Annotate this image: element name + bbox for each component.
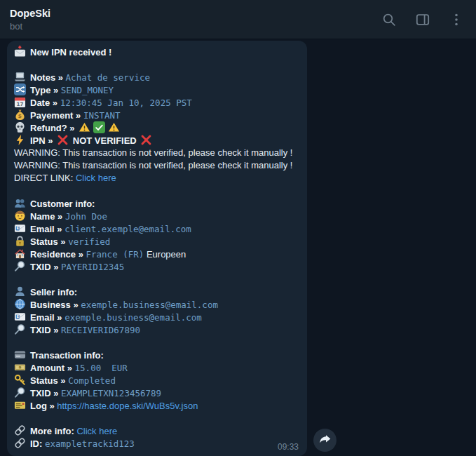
message-line: 17Date » 12:30:45 Jan 10, 2025 PST	[14, 96, 299, 109]
message-blank-line	[14, 185, 299, 197]
message-link[interactable]: https://haste.dope.ski/WuBs5v.json	[57, 401, 198, 411]
shuffle-icon	[14, 83, 26, 95]
message-text: Email »	[30, 312, 64, 323]
globe-icon	[14, 298, 26, 310]
message-text: Email »	[30, 224, 64, 234]
forward-arrow-icon	[318, 432, 332, 449]
message-text: Business »	[30, 300, 81, 310]
cross-icon	[140, 134, 152, 146]
message-text: Residence »	[30, 249, 86, 260]
message-line: Refund? »	[14, 121, 299, 134]
message-text: Seller info:	[30, 287, 77, 297]
message-blank-line	[14, 58, 299, 71]
message-line: Status » Completed	[14, 374, 299, 387]
message-line: Customer info:	[14, 197, 299, 210]
check-icon	[93, 121, 105, 133]
message-line: New IPN received !	[14, 46, 299, 58]
message-line: DIRECT LINK: Click here	[14, 172, 299, 185]
message-text: TXID »	[30, 325, 61, 335]
message-text: Amount »	[30, 363, 75, 373]
message-line: WARNING: This transaction is not verifie…	[14, 147, 299, 159]
message-text: Status »	[30, 236, 68, 247]
message-text: More info:	[30, 426, 76, 436]
message-line: TXID » PAYERID12345	[14, 260, 299, 273]
svg-text:E: E	[16, 314, 19, 318]
message-line: TXID » EXAMPLETXN123456789	[14, 387, 299, 399]
message-text: Log »	[30, 401, 57, 411]
message-line: EEmail » exemple.business@email.com	[14, 311, 299, 323]
message-line: TXID » RECEIVERID67890	[14, 323, 299, 336]
message-text: Customer info:	[30, 199, 95, 209]
bust-icon	[14, 286, 26, 297]
message-text: verified	[68, 236, 110, 247]
message-line: More info: Click here	[14, 424, 299, 437]
incoming-envelope-icon	[14, 46, 26, 58]
message-line: Log » https://haste.dope.ski/WuBs5v.json	[14, 399, 299, 412]
people-icon	[14, 197, 26, 209]
message-text: IPN »	[30, 135, 55, 146]
message-text: Europeen	[144, 249, 186, 260]
message-text: Transaction info:	[30, 350, 104, 361]
svg-text:17: 17	[17, 101, 24, 107]
message-line: IPN » NOT VERIFIED	[14, 134, 299, 147]
credit-card-icon	[14, 349, 26, 361]
message-line: Name » John Doe	[14, 210, 299, 222]
message-line: Transaction info:	[14, 349, 299, 361]
search-icon[interactable]	[381, 11, 397, 28]
message-text: SEND_MONEY	[61, 85, 114, 95]
message-text: client.exemple@email.com	[64, 224, 191, 234]
cross-icon	[57, 134, 69, 146]
message-line: Notes » Achat de service	[14, 71, 299, 83]
message-line: $Amount » 15.00 EUR	[14, 361, 299, 374]
skull-icon	[14, 121, 26, 133]
message-text: NOT VERIFIED	[70, 135, 139, 146]
message-text: PAYERID12345	[61, 262, 124, 272]
message-line: WARNING: This transaction is not verifie…	[14, 159, 299, 172]
message-link[interactable]: Click here	[76, 173, 116, 183]
message-line: Residence » France (FR) Europeen	[14, 248, 299, 260]
message-timestamp: 09:33	[278, 442, 299, 452]
email-icon: E	[14, 311, 26, 323]
message-text: Completed	[68, 375, 116, 386]
forward-button[interactable]	[313, 429, 336, 452]
money-bag-icon: $	[14, 109, 26, 121]
message-text: Date »	[30, 98, 60, 108]
chat-header: DopeSki bot	[0, 0, 476, 39]
message-text: Achat de service	[66, 72, 150, 83]
message-blank-line	[14, 336, 299, 349]
magnifier-icon	[14, 260, 26, 272]
menu-icon[interactable]	[448, 11, 465, 28]
message-line: ID: exampletrackid123	[14, 437, 299, 450]
message-text: Name »	[30, 211, 65, 222]
message-body: New IPN received !Notes » Achat de servi…	[14, 46, 299, 450]
message-text: New IPN received !	[30, 47, 111, 58]
message-line: Seller info:	[14, 286, 299, 298]
message-text: WARNING: This transaction is not verifie…	[14, 147, 292, 158]
chat-title: DopeSki	[10, 8, 381, 20]
message-text: John Doe	[65, 211, 107, 222]
message-text: WARNING: This transaction is not verifie…	[14, 160, 292, 170]
sidebar-toggle-icon[interactable]	[414, 11, 431, 28]
message-blank-line	[14, 273, 299, 286]
banknote-icon: $	[14, 361, 26, 373]
message-text: France (FR)	[86, 249, 144, 260]
lock-icon	[14, 235, 26, 247]
message-link[interactable]: Click here	[76, 426, 117, 436]
magnifier-icon	[14, 323, 26, 335]
message-text: Status »	[30, 375, 68, 386]
chat-title-area[interactable]: DopeSki bot	[10, 8, 381, 32]
chat-subtitle: bot	[10, 21, 381, 32]
message-text: Type »	[30, 85, 61, 95]
message-text: RECEIVERID67890	[61, 325, 140, 335]
magnifier-icon	[14, 387, 26, 398]
warning-icon	[79, 121, 90, 133]
message-text: Payement »	[30, 110, 83, 121]
link-icon	[14, 437, 26, 449]
message-text: DIRECT LINK:	[14, 173, 76, 183]
message-line: EEmail » client.exemple@email.com	[14, 222, 299, 235]
message-text: exampletrackid123	[45, 438, 135, 449]
laptop-icon	[14, 71, 26, 83]
message-text: 12:30:45 Jan 10, 2025 PST	[60, 98, 192, 108]
key-icon	[14, 374, 26, 386]
link-icon	[14, 424, 26, 436]
